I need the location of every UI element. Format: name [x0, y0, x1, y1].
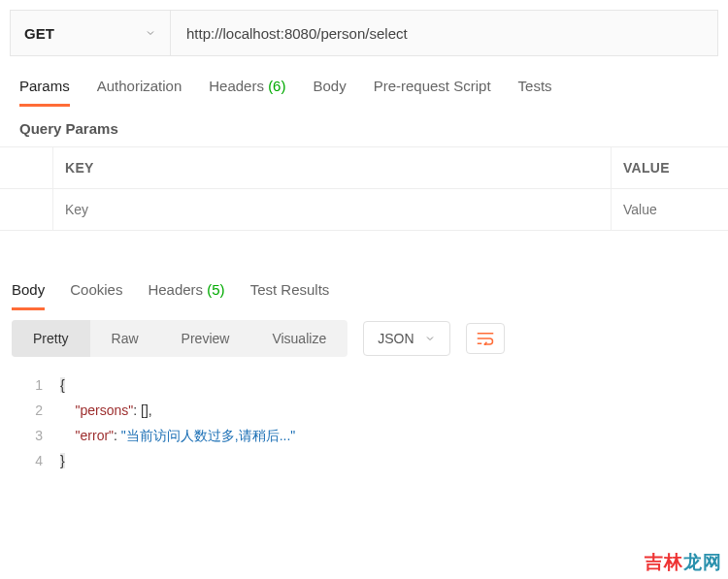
tab-tests[interactable]: Tests [518, 78, 552, 107]
table-header-row: KEY VALUE [0, 147, 728, 189]
tab-prerequest[interactable]: Pre-request Script [374, 78, 491, 107]
column-value-header: VALUE [612, 147, 728, 188]
format-label: JSON [378, 331, 414, 346]
tab-params[interactable]: Params [19, 78, 70, 107]
resp-headers-count: (5) [207, 281, 224, 298]
key-input[interactable] [65, 202, 599, 217]
json-line: 4 } [0, 448, 728, 473]
view-bar: Pretty Raw Preview Visualize JSON [0, 310, 728, 367]
http-method-label: GET [24, 25, 54, 42]
resp-headers-label: Headers [148, 281, 203, 298]
response-section: Body Cookies Headers (5) Test Results Pr… [0, 281, 728, 473]
request-tabs: Params Authorization Headers (6) Body Pr… [0, 56, 728, 107]
column-key-header: KEY [53, 147, 612, 188]
resp-tab-testresults[interactable]: Test Results [250, 281, 330, 310]
view-mode-preview[interactable]: Preview [160, 320, 251, 357]
format-select[interactable]: JSON [363, 321, 449, 356]
row-checkbox[interactable] [0, 189, 53, 230]
wrap-lines-button[interactable] [466, 323, 505, 354]
request-bar: GET [10, 10, 718, 56]
resp-tab-body[interactable]: Body [12, 281, 45, 310]
code-content: "persons": [], [60, 398, 152, 423]
line-number: 1 [0, 372, 60, 398]
value-cell [612, 189, 728, 230]
resp-tab-headers[interactable]: Headers (5) [148, 281, 224, 310]
url-input[interactable] [171, 11, 717, 55]
tab-authorization[interactable]: Authorization [97, 78, 182, 107]
resp-tab-cookies[interactable]: Cookies [70, 281, 122, 310]
response-tabs: Body Cookies Headers (5) Test Results [0, 281, 728, 310]
query-params-table: KEY VALUE [0, 146, 728, 231]
code-content: "error": "当前访问人数过多,请稍后..." [60, 423, 295, 448]
query-params-title: Query Params [0, 107, 728, 146]
table-row [0, 189, 728, 231]
watermark-part-b: 龙网 [683, 552, 722, 572]
view-modes: Pretty Raw Preview Visualize [12, 320, 347, 357]
http-method-select[interactable]: GET [11, 11, 171, 55]
key-cell [53, 189, 612, 230]
json-line: 3 "error": "当前访问人数过多,请稍后..." [0, 423, 728, 448]
view-mode-visualize[interactable]: Visualize [250, 320, 347, 357]
wrap-icon [477, 332, 494, 345]
tab-body[interactable]: Body [313, 78, 346, 107]
json-line: 2 "persons": [], [0, 398, 728, 423]
tab-headers-label: Headers [209, 78, 264, 94]
view-mode-pretty[interactable]: Pretty [12, 320, 90, 357]
line-number: 4 [0, 448, 60, 473]
view-mode-raw[interactable]: Raw [90, 320, 160, 357]
chevron-down-icon [424, 333, 436, 344]
code-content: } [60, 448, 65, 473]
column-checkbox [0, 147, 53, 188]
json-line: 1 { [0, 372, 728, 398]
watermark-part-a: 吉林 [645, 552, 683, 572]
code-content: { [60, 372, 65, 398]
response-body: 1 { 2 "persons": [], 3 "error": "当前访问人数过… [0, 367, 728, 473]
value-input[interactable] [623, 202, 716, 217]
tab-headers[interactable]: Headers (6) [209, 78, 285, 107]
watermark: 吉林龙网 [645, 550, 722, 575]
tab-headers-count: (6) [268, 78, 285, 94]
chevron-down-icon [145, 27, 156, 39]
line-number: 3 [0, 423, 60, 448]
line-number: 2 [0, 398, 60, 423]
